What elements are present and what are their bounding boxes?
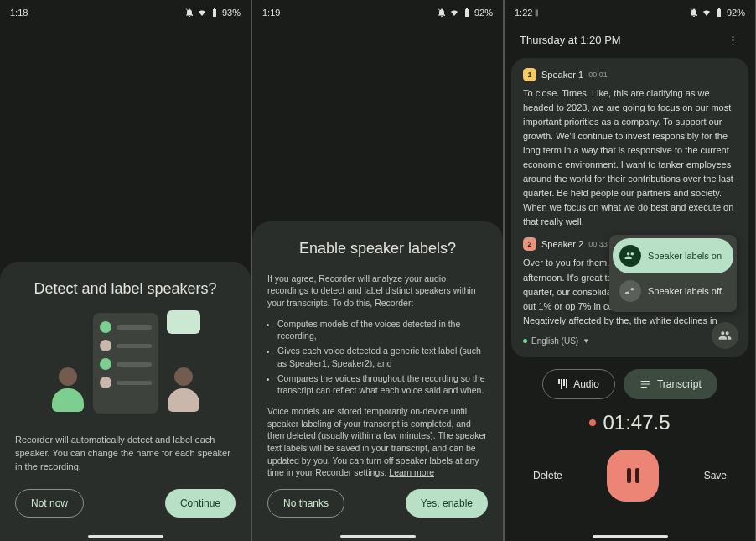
dnd-icon <box>437 8 447 18</box>
battery-icon <box>462 8 472 18</box>
sheet-description: Recorder will automatically detect and l… <box>15 434 236 474</box>
status-bar: 1:19 92% <box>252 0 503 22</box>
audio-bars-icon <box>558 379 567 389</box>
timer-value: 01:47.5 <box>603 411 670 434</box>
battery-percent: 92% <box>474 8 493 18</box>
not-now-button[interactable]: Not now <box>15 489 84 518</box>
people-off-icon <box>619 280 641 302</box>
recording-timer: 01:47.5 <box>505 411 755 434</box>
status-bar: 1:18 93% <box>0 0 251 22</box>
recording-dot-icon <box>589 419 596 426</box>
wifi-icon <box>197 8 207 18</box>
bullet-item: Compares the voices throughout the recor… <box>277 372 488 397</box>
transcript-card: 1 Speaker 1 00:01 To close. Times. Like,… <box>511 58 748 357</box>
recording-controls: Delete Save <box>505 434 755 502</box>
status-time: 1:18 <box>10 8 28 18</box>
status-indicators: 92% <box>437 8 493 18</box>
lang-dot-icon <box>523 339 527 343</box>
person-right-icon <box>167 367 200 414</box>
recording-header: Thursday at 1:20 PM ⋮ <box>505 22 755 53</box>
screen-enable-labels: 1:19 92% Enable speaker labels? If you a… <box>252 0 503 541</box>
delete-button[interactable]: Delete <box>533 470 562 481</box>
screen-recording: 1:22 ⦀ 92% Thursday at 1:20 PM ⋮ 1 Speak… <box>505 0 755 541</box>
speaker-labels-on-option[interactable]: Speaker labels on <box>613 238 733 273</box>
button-row: Not now Continue <box>15 489 236 518</box>
phone-illustration <box>93 313 158 414</box>
status-time: 1:22 ⦀ <box>515 8 539 18</box>
save-button[interactable]: Save <box>704 470 727 481</box>
transcript-text[interactable]: To close. Times. Like, this are clarifyi… <box>523 86 737 229</box>
footer-body: Voice models are stored temporarily on-d… <box>267 406 487 477</box>
speaker-badge: 1 <box>523 68 536 81</box>
transcript-icon <box>639 378 651 390</box>
speaker-header[interactable]: 1 Speaker 1 00:01 <box>523 68 737 81</box>
bullet-item: Gives each voice detected a generic text… <box>277 345 488 369</box>
popup-label: Speaker labels on <box>648 251 722 261</box>
audio-label: Audio <box>573 378 599 390</box>
battery-percent: 92% <box>727 8 745 18</box>
waveform-icon: ⦀ <box>535 8 539 18</box>
language-label: English (US) <box>531 336 578 346</box>
bottom-sheet: Detect and label speakers? Recorder will… <box>0 262 251 541</box>
bullet-item: Computes models of the voices detected i… <box>277 318 488 342</box>
status-bar: 1:22 ⦀ 92% <box>505 0 755 22</box>
transcript-tab-button[interactable]: Transcript <box>624 369 717 399</box>
dnd-icon <box>184 8 194 18</box>
person-left-icon <box>51 367 85 414</box>
pause-button[interactable] <box>607 450 659 502</box>
wifi-icon <box>702 8 712 18</box>
learn-more-link[interactable]: Learn more <box>389 467 434 477</box>
recording-title: Thursday at 1:20 PM <box>520 34 621 46</box>
illustration <box>15 313 236 414</box>
speaker-name: Speaker 2 <box>541 239 583 249</box>
battery-icon <box>210 8 220 18</box>
chevron-down-icon: ▼ <box>583 337 589 345</box>
yes-enable-button[interactable]: Yes, enable <box>406 489 488 518</box>
sheet-title: Detect and label speakers? <box>15 280 236 298</box>
footer-text: Voice models are stored temporarily on-d… <box>267 405 488 479</box>
battery-percent: 93% <box>222 8 241 18</box>
continue-button[interactable]: Continue <box>165 489 236 518</box>
sheet-title: Enable speaker labels? <box>267 240 488 257</box>
speaker-timestamp: 00:01 <box>588 70 608 79</box>
no-thanks-button[interactable]: No thanks <box>267 489 344 518</box>
bullet-list: Computes models of the voices detected i… <box>277 318 488 397</box>
status-indicators: 93% <box>184 8 241 18</box>
people-icon <box>619 245 641 267</box>
status-time: 1:19 <box>262 8 280 18</box>
speaker-badge: 2 <box>523 237 536 251</box>
bottom-sheet: Enable speaker labels? If you agree, Rec… <box>252 221 503 541</box>
pause-icon <box>627 468 639 483</box>
intro-text: If you agree, Recorder will analyze your… <box>267 273 488 310</box>
button-row: No thanks Yes, enable <box>267 489 488 518</box>
wifi-icon <box>449 8 459 18</box>
dnd-icon <box>689 8 699 18</box>
nav-pill[interactable] <box>593 535 668 538</box>
nav-pill[interactable] <box>340 535 416 538</box>
speech-bubble-icon <box>167 310 200 334</box>
popup-label: Speaker labels off <box>648 286 722 296</box>
more-menu-button[interactable]: ⋮ <box>725 34 740 46</box>
transcript-label: Transcript <box>657 378 702 390</box>
screen-detect-speakers: 1:18 93% Detect and label speakers? Reco… <box>0 0 251 541</box>
speaker-name: Speaker 1 <box>541 70 583 80</box>
nav-pill[interactable] <box>88 535 163 538</box>
speaker-labels-popup: Speaker labels on Speaker labels off <box>609 235 737 312</box>
battery-icon <box>714 8 724 18</box>
speaker-timestamp: 00:33 <box>588 240 608 248</box>
language-selector[interactable]: English (US) ▼ <box>523 336 737 346</box>
status-indicators: 92% <box>689 8 745 18</box>
people-icon <box>718 329 732 342</box>
audio-tab-button[interactable]: Audio <box>542 369 615 399</box>
speaker-labels-off-option[interactable]: Speaker labels off <box>613 273 733 309</box>
view-toggle: Audio Transcript <box>505 369 755 399</box>
